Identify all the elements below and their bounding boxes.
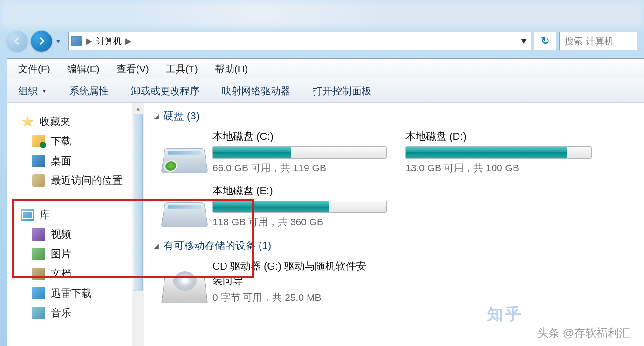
menu-help[interactable]: 帮助(H)	[215, 62, 248, 76]
computer-icon	[71, 36, 82, 46]
drive-label: 本地磁盘 (D:)	[405, 130, 592, 144]
video-icon	[32, 228, 45, 241]
sidebar-item-documents[interactable]: 文档	[21, 264, 142, 284]
collapse-icon: ◢	[154, 242, 159, 249]
recent-icon	[32, 174, 45, 187]
search-input[interactable]: 搜索 计算机	[559, 32, 637, 50]
sidebar-item-music[interactable]: 音乐	[21, 303, 142, 323]
star-icon	[21, 116, 34, 128]
menu-view[interactable]: 查看(V)	[116, 62, 149, 76]
map-drive-button[interactable]: 映射网络驱动器	[222, 84, 290, 97]
address-dropdown-icon[interactable]: ▼	[520, 36, 528, 46]
space-bar	[405, 146, 592, 159]
sidebar-item-videos[interactable]: 视频	[21, 225, 142, 244]
downloads-icon	[32, 135, 45, 147]
desktop-icon	[32, 155, 45, 167]
menu-tools[interactable]: 工具(T)	[166, 62, 198, 76]
nav-back-button[interactable]	[7, 30, 28, 52]
navigation-pane: 收藏夹 下载 桌面 最近访问的位置 库	[7, 103, 144, 346]
organize-button[interactable]: 组织 ▼	[18, 84, 47, 97]
control-panel-button[interactable]: 打开控制面板	[313, 84, 371, 97]
sidebar-scrollbar[interactable]	[132, 103, 144, 346]
menu-edit[interactable]: 编辑(E)	[67, 62, 100, 76]
sidebar-item-libraries[interactable]: 库	[21, 205, 142, 225]
sidebar-item-pictures[interactable]: 图片	[21, 244, 142, 264]
main-panel: ◢ 硬盘 (3) 本地磁盘 (C:) 66.0 GB 可用，共 119 GB 本…	[144, 103, 644, 346]
cd-drive-icon	[161, 277, 208, 303]
drive-g-cd[interactable]: CD 驱动器 (G:) 驱动与随机软件安装向导 0 字节 可用，共 25.0 M…	[163, 259, 368, 304]
space-bar	[212, 201, 387, 213]
drive-c[interactable]: 本地磁盘 (C:) 66.0 GB 可用，共 119 GB	[163, 130, 387, 174]
menu-file[interactable]: 文件(F)	[18, 62, 50, 76]
group-header-hdd[interactable]: ◢ 硬盘 (3)	[154, 109, 634, 123]
drive-label: CD 驱动器 (G:) 驱动与随机软件安装向导	[212, 259, 368, 288]
chevron-down-icon: ▼	[41, 88, 47, 94]
hdd-icon	[161, 202, 208, 227]
watermark-source: 头条 @存软福利汇	[537, 325, 630, 340]
drive-e[interactable]: 本地磁盘 (E:) 118 GB 可用，共 360 GB	[163, 184, 387, 228]
drive-label: 本地磁盘 (E:)	[212, 184, 387, 198]
group-header-removable[interactable]: ◢ 有可移动存储的设备 (1)	[154, 239, 634, 253]
thunder-icon	[32, 287, 45, 299]
watermark-zhihu: 知乎	[487, 304, 523, 325]
drive-d[interactable]: 本地磁盘 (D:) 13.0 GB 可用，共 100 GB	[405, 130, 592, 174]
content-area: 收藏夹 下载 桌面 最近访问的位置 库	[7, 103, 644, 346]
documents-icon	[32, 268, 45, 280]
sidebar-item-recent[interactable]: 最近访问的位置	[21, 171, 142, 190]
sidebar-item-favorites[interactable]: 收藏夹	[21, 112, 142, 131]
breadcrumb-sep-icon[interactable]: ▶	[125, 36, 132, 46]
system-properties-button[interactable]: 系统属性	[69, 84, 109, 97]
uninstall-button[interactable]: 卸载或更改程序	[131, 84, 199, 97]
breadcrumb-location[interactable]: 计算机	[96, 35, 122, 47]
sidebar-item-thunder[interactable]: 迅雷下载	[21, 284, 142, 303]
navigation-bar: ▼ ▶ 计算机 ▶ ▼ ↻ 搜索 计算机	[0, 27, 644, 55]
music-icon	[32, 307, 45, 319]
nav-history-dropdown[interactable]: ▼	[55, 37, 65, 45]
drive-space: 13.0 GB 可用，共 100 GB	[405, 161, 592, 174]
drive-space: 66.0 GB 可用，共 119 GB	[212, 161, 387, 174]
breadcrumb-sep-icon: ▶	[86, 36, 93, 46]
drive-space: 0 字节 可用，共 25.0 MB	[212, 291, 368, 304]
sidebar-item-downloads[interactable]: 下载	[21, 131, 142, 151]
collapse-icon: ◢	[154, 112, 159, 120]
space-bar	[212, 146, 387, 159]
search-placeholder: 搜索 计算机	[564, 35, 614, 48]
refresh-button[interactable]: ↻	[534, 32, 556, 50]
hdd-icon	[161, 148, 208, 173]
sidebar-item-desktop[interactable]: 桌面	[21, 151, 142, 171]
nav-forward-button[interactable]	[31, 30, 52, 52]
drive-label: 本地磁盘 (C:)	[212, 130, 387, 144]
menu-bar: 文件(F) 编辑(E) 查看(V) 工具(T) 帮助(H)	[7, 59, 644, 79]
drive-space: 118 GB 可用，共 360 GB	[212, 215, 387, 228]
command-bar: 组织 ▼ 系统属性 卸载或更改程序 映射网络驱动器 打开控制面板	[7, 79, 644, 103]
libraries-icon	[21, 209, 34, 221]
pictures-icon	[32, 248, 45, 260]
explorer-window: 文件(F) 编辑(E) 查看(V) 工具(T) 帮助(H) 组织 ▼ 系统属性 …	[7, 58, 644, 346]
address-bar[interactable]: ▶ 计算机 ▶ ▼	[68, 32, 531, 50]
